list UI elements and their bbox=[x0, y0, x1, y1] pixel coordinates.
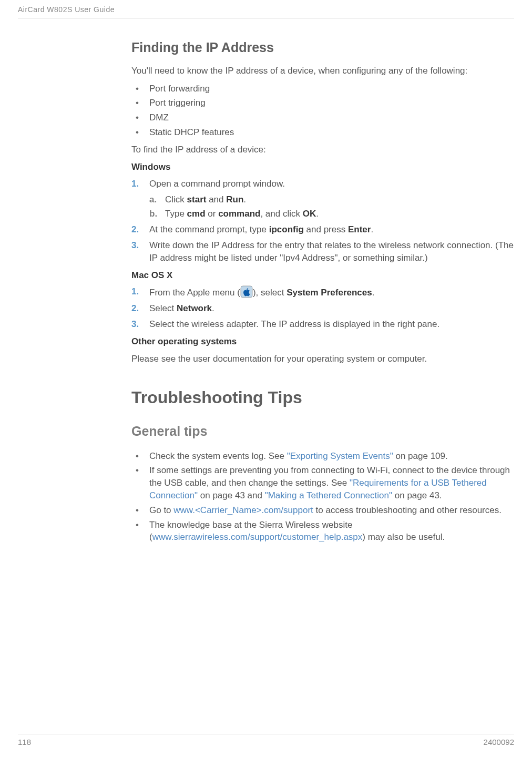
mac-steps: From the Apple menu (), select System Pr… bbox=[131, 285, 514, 330]
page-footer: 118 2400092 bbox=[18, 734, 514, 746]
t: . bbox=[316, 209, 319, 219]
bold: cmd bbox=[187, 209, 206, 219]
bold: command bbox=[218, 209, 260, 219]
bold: System Preferences bbox=[287, 288, 372, 298]
bold: Enter bbox=[348, 224, 371, 234]
list-item: The knowledge base at the Sierra Wireles… bbox=[131, 519, 514, 544]
bold: OK bbox=[303, 209, 316, 219]
windows-steps: Open a command prompt window. Click star… bbox=[131, 178, 514, 264]
t: . bbox=[371, 224, 373, 234]
bold: start bbox=[187, 194, 207, 204]
list-item: Check the system events log. See "Export… bbox=[131, 450, 514, 463]
list-item: Open a command prompt window. Click star… bbox=[131, 178, 514, 220]
document-id: 2400092 bbox=[484, 737, 514, 746]
link-carrier-support[interactable]: www.<Carrier_Name>.com/support bbox=[173, 505, 313, 515]
bold: Network bbox=[177, 303, 212, 313]
list-item: Port triggering bbox=[131, 97, 514, 109]
t: From the Apple menu ( bbox=[149, 288, 240, 298]
bold: Run bbox=[226, 194, 243, 204]
os-heading-other: Other operating systems bbox=[131, 336, 514, 348]
list-item: Go to www.<Carrier_Name>.com/support to … bbox=[131, 504, 514, 517]
windows-substeps: Click start and Run. Type cmd or command… bbox=[149, 193, 514, 221]
link-making-tethered-connection[interactable]: "Making a Tethered Connection" bbox=[265, 490, 392, 500]
link-exporting-system-events[interactable]: "Exporting System Events" bbox=[287, 451, 393, 461]
os-heading-windows: Windows bbox=[131, 161, 514, 173]
t: or bbox=[206, 209, 219, 219]
t: . bbox=[243, 194, 246, 204]
link-sierra-knowledge-base[interactable]: www.sierrawireless.com/support/customer_… bbox=[152, 532, 363, 542]
page: AirCard W802S User Guide Finding the IP … bbox=[0, 0, 532, 758]
t: on page 109. bbox=[393, 451, 448, 461]
t: Select bbox=[149, 303, 177, 313]
content-column: Finding the IP Address You'll need to kn… bbox=[131, 34, 514, 548]
lead-paragraph: To find the IP address of a device: bbox=[131, 144, 514, 156]
t: Click bbox=[165, 194, 187, 204]
t: and press bbox=[304, 224, 348, 234]
list-item: Type cmd or command, and click OK. bbox=[149, 208, 514, 220]
running-header: AirCard W802S User Guide bbox=[18, 5, 102, 14]
section-title-troubleshooting: Troubleshooting Tips bbox=[131, 386, 514, 409]
list-item: Click start and Run. bbox=[149, 193, 514, 206]
step-text: Open a command prompt window. bbox=[149, 179, 285, 189]
other-os-text: Please see the user documentation for yo… bbox=[131, 353, 514, 365]
t: Check the system events log. See bbox=[149, 451, 287, 461]
list-item: Write down the IP Address for the entry … bbox=[131, 239, 514, 264]
t: on page 43 and bbox=[198, 490, 265, 500]
list-item: At the command prompt, type ipconfig and… bbox=[131, 223, 514, 236]
list-item: Select the wireless adapter. The IP addr… bbox=[131, 318, 514, 331]
t: ), select bbox=[253, 288, 287, 298]
header-rule bbox=[18, 18, 514, 18]
section-title-finding-ip: Finding the IP Address bbox=[131, 39, 514, 57]
t: , and click bbox=[260, 209, 302, 219]
list-item: Port forwarding bbox=[131, 83, 514, 95]
t: . bbox=[212, 303, 214, 313]
t: on page 43. bbox=[392, 490, 442, 500]
list-item: If some settings are preventing you from… bbox=[131, 464, 514, 501]
t: ) may also be useful. bbox=[362, 532, 445, 542]
t: . bbox=[372, 288, 375, 298]
feature-bullets: Port forwarding Port triggering DMZ Stat… bbox=[131, 83, 514, 139]
t: to access troubleshooting and other reso… bbox=[313, 505, 502, 515]
t: and bbox=[206, 194, 226, 204]
list-item: From the Apple menu (), select System Pr… bbox=[131, 285, 514, 299]
page-number: 118 bbox=[18, 737, 31, 746]
t: At the command prompt, type bbox=[149, 224, 269, 234]
apple-icon bbox=[240, 285, 253, 298]
subsection-title-general-tips: General tips bbox=[131, 423, 514, 441]
t: Type bbox=[165, 209, 187, 219]
os-heading-mac: Mac OS X bbox=[131, 270, 514, 282]
list-item: Static DHCP features bbox=[131, 126, 514, 139]
t: Go to bbox=[149, 505, 173, 515]
general-tips-bullets: Check the system events log. See "Export… bbox=[131, 450, 514, 544]
bold: ipconfig bbox=[269, 224, 304, 234]
list-item: DMZ bbox=[131, 111, 514, 124]
list-item: Select Network. bbox=[131, 302, 514, 315]
intro-paragraph: You'll need to know the IP address of a … bbox=[131, 65, 514, 77]
